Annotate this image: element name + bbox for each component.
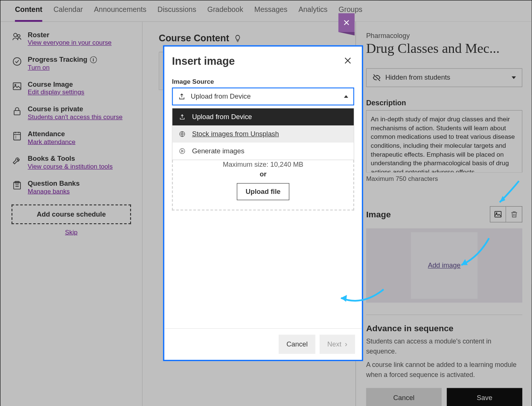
course-image-title: Course Image	[28, 81, 84, 89]
course-content-header: Course Content	[159, 33, 356, 44]
lightbulb-icon	[233, 34, 242, 43]
max-size-text: Maximum size: 10,240 MB	[173, 160, 353, 169]
lock-icon	[12, 105, 23, 116]
caret-up-icon	[344, 95, 348, 98]
attendance-link[interactable]: Mark attendance	[28, 138, 76, 145]
banks-title: Question Banks	[28, 180, 80, 188]
image-source-select[interactable]: Upload from Device	[172, 87, 354, 105]
chevron-down-icon	[512, 76, 516, 79]
tab-messages[interactable]: Messages	[254, 6, 288, 21]
delete-image-button[interactable]	[506, 206, 522, 223]
add-schedule-button[interactable]: Add course schedule	[12, 204, 131, 224]
tools-icon	[12, 155, 23, 166]
left-sidebar: Roster View everyone in your course Prog…	[0, 22, 142, 406]
image-icon	[12, 81, 23, 92]
tools-title: Books & Tools	[28, 155, 113, 163]
progress-link[interactable]: Turn on	[28, 64, 50, 71]
svg-rect-6	[14, 132, 20, 140]
image-slot: Add image	[411, 232, 478, 299]
top-tabs: Content Calendar Announcements Discussio…	[0, 0, 532, 22]
modal-title: Insert image	[172, 55, 235, 67]
svg-rect-5	[14, 111, 20, 115]
svg-point-1	[17, 35, 20, 37]
svg-point-4	[15, 84, 16, 86]
globe-icon	[179, 131, 186, 137]
private-title: Course is private	[28, 105, 123, 113]
description-field[interactable]	[366, 110, 522, 173]
close-icon	[343, 19, 350, 26]
course-name: Pharmacology	[366, 32, 522, 40]
source-dropdown: Upload from Device Stock images from Uns…	[172, 108, 354, 160]
tools-link[interactable]: View course & institution tools	[28, 163, 113, 170]
play-circle-icon	[179, 148, 186, 154]
info-icon[interactable]: i	[90, 56, 97, 63]
panel-cancel-button[interactable]: Cancel	[366, 388, 442, 406]
progress-title: Progress Trackingi	[28, 56, 97, 64]
svg-rect-9	[495, 211, 501, 217]
svg-point-0	[14, 33, 17, 36]
modal-next-button[interactable]: Next›	[320, 335, 355, 354]
option-generate[interactable]: Generate images	[172, 143, 353, 160]
roster-title: Roster	[28, 31, 112, 39]
upload-icon	[178, 93, 186, 100]
advance-title: Advance in sequence	[366, 324, 522, 333]
char-hint: Maximum 750 characters	[366, 175, 522, 182]
insert-image-modal: Insert image Image Source Upload from De…	[163, 45, 363, 361]
svg-rect-3	[13, 83, 21, 90]
add-image-link[interactable]: Add image	[428, 262, 461, 269]
private-link[interactable]: Students can't access this course	[28, 113, 123, 120]
tab-gradebook[interactable]: Gradebook	[207, 6, 243, 21]
close-icon	[343, 56, 352, 65]
svg-point-12	[180, 148, 185, 154]
svg-point-10	[496, 213, 497, 214]
roster-icon	[12, 31, 23, 42]
advance-text1: Students can access a module's content i…	[366, 337, 522, 356]
image-section-label: Image	[366, 210, 391, 219]
panel-save-button[interactable]: Save	[447, 388, 522, 406]
tab-discussions[interactable]: Discussions	[157, 6, 196, 21]
trash-icon	[510, 210, 518, 219]
tab-calendar[interactable]: Calendar	[54, 6, 83, 21]
tab-content[interactable]: Content	[15, 6, 42, 22]
image-source-label: Image Source	[172, 78, 354, 85]
divider	[366, 314, 522, 315]
roster-link[interactable]: View everyone in your course	[28, 39, 112, 46]
module-title: Drug Classes and Mec...	[366, 41, 522, 56]
course-image-link[interactable]: Edit display settings	[28, 88, 84, 95]
banks-icon	[12, 180, 23, 191]
visibility-select[interactable]: Hidden from students	[366, 68, 522, 87]
option-unsplash[interactable]: Stock images from Unsplash	[172, 125, 353, 143]
attendance-icon	[12, 130, 23, 141]
tab-analytics[interactable]: Analytics	[298, 6, 327, 21]
upload-icon	[179, 114, 186, 120]
upload-file-button[interactable]: Upload file	[237, 183, 289, 200]
add-image-button[interactable]	[490, 206, 506, 223]
option-label: Upload from Device	[192, 113, 252, 121]
svg-point-2	[13, 58, 21, 65]
advance-text2: A course link cannot be added to a learn…	[366, 360, 522, 380]
chevron-right-icon: ›	[345, 340, 347, 349]
option-label: Generate images	[192, 147, 244, 155]
description-label: Description	[366, 99, 522, 108]
visibility-label: Hidden from students	[385, 74, 450, 81]
attendance-title: Attendance	[28, 130, 76, 138]
panel-close-button[interactable]	[339, 13, 355, 32]
option-upload-device[interactable]: Upload from Device	[172, 108, 353, 125]
modal-cancel-button[interactable]: Cancel	[279, 335, 315, 354]
banks-link[interactable]: Manage banks	[28, 188, 70, 195]
tab-announcements[interactable]: Announcements	[94, 6, 147, 21]
upload-dropzone[interactable]: Maximum size: 10,240 MB or Upload file	[172, 160, 354, 210]
modal-close-button[interactable]	[342, 55, 354, 68]
right-panel: Pharmacology Drug Classes and Mec... Hid…	[355, 22, 532, 406]
selected-source: Upload from Device	[191, 93, 251, 100]
image-dropzone[interactable]: Add image	[366, 228, 522, 303]
hidden-icon	[372, 73, 381, 82]
image-icon	[494, 210, 502, 219]
skip-link[interactable]: Skip	[12, 228, 131, 236]
option-label: Stock images from Unsplash	[192, 130, 279, 138]
or-text: or	[173, 170, 353, 178]
progress-icon	[12, 56, 23, 67]
